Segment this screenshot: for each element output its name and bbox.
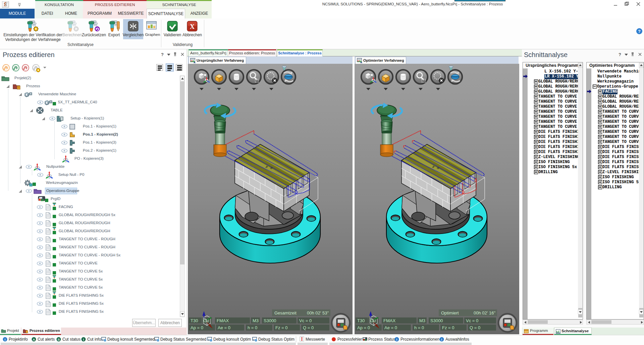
svg-text:T30: T30 (357, 318, 365, 323)
svg-text:?: ? (619, 52, 621, 57)
svg-text:FMAX: FMAX (217, 318, 229, 323)
svg-text:?: ? (161, 52, 164, 57)
svg-text:A: A (33, 338, 35, 341)
svg-text:I: I (83, 338, 84, 341)
svg-text:Vc = 0: Vc = 0 (466, 318, 478, 323)
svg-text:Fz = 0: Fz = 0 (442, 325, 454, 330)
svg-text:M3: M3 (253, 318, 259, 323)
svg-text:00h 02' 53": 00h 02' 53" (307, 310, 329, 315)
svg-text:S3000: S3000 (430, 318, 443, 323)
svg-text:Q = 0: Q = 0 (470, 325, 480, 330)
svg-text:Ap = 0: Ap = 0 (357, 325, 370, 330)
svg-text:S3000: S3000 (264, 318, 276, 323)
svg-text:Ap = 0: Ap = 0 (191, 325, 203, 330)
svg-text:Ae = 0: Ae = 0 (384, 325, 397, 330)
svg-text:X: X (190, 23, 195, 30)
svg-text:Ae = 0: Ae = 0 (218, 325, 230, 330)
svg-text:FMAX: FMAX (383, 318, 395, 323)
svg-text:00h 02' 16": 00h 02' 16" (474, 310, 495, 315)
svg-text:Optimiert: Optimiert (441, 310, 459, 315)
svg-text:i: i (396, 338, 397, 341)
svg-text:Fz = 0: Fz = 0 (275, 325, 288, 330)
svg-text:?: ? (638, 29, 641, 34)
svg-text:Vc = 0: Vc = 0 (299, 318, 312, 323)
svg-text:Gesamtzeit: Gesamtzeit (274, 310, 297, 315)
svg-text:h = 0: h = 0 (414, 325, 424, 330)
svg-text:T30: T30 (191, 318, 198, 323)
svg-text:M3: M3 (419, 318, 425, 323)
svg-text:S: S (58, 338, 60, 341)
svg-text:h = 0: h = 0 (248, 325, 257, 330)
svg-text:i: i (5, 338, 6, 341)
svg-text:i: i (441, 338, 442, 341)
svg-text:Q = 0: Q = 0 (303, 325, 314, 330)
